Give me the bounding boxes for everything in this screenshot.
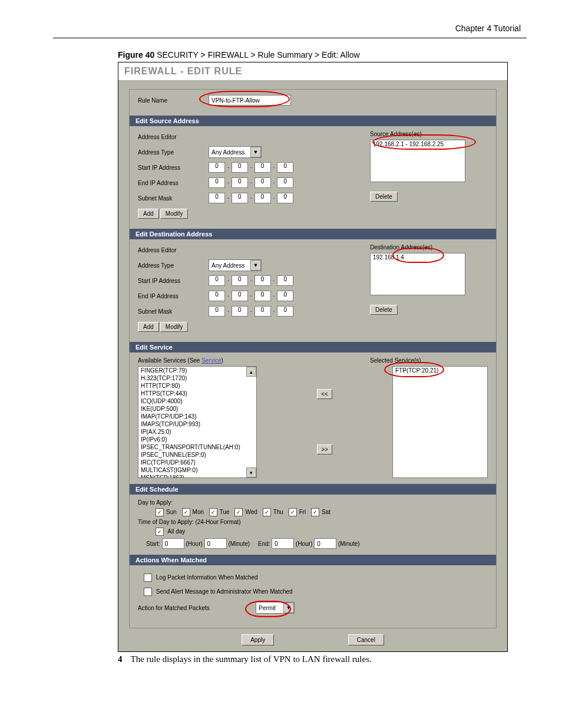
step-number: 4 — [118, 654, 128, 664]
dest-end-ip-label: End IP Address — [138, 293, 209, 299]
oct: 0 — [209, 306, 225, 317]
dest-addr-type-select[interactable]: Any Address ▼ — [209, 259, 262, 271]
scroll-up-icon[interactable]: ▴ — [246, 367, 256, 377]
day-checkbox-tue[interactable]: ✓ — [209, 508, 217, 516]
oct: 0 — [209, 193, 225, 203]
source-delete-button[interactable]: Delete — [370, 192, 398, 202]
available-service-item[interactable]: IRC(TCP/UDP:6667) — [138, 459, 256, 466]
source-modify-button[interactable]: Modify — [160, 209, 188, 219]
day-label: Tue — [220, 509, 232, 515]
move-right-button[interactable]: >> — [317, 444, 332, 454]
available-service-item[interactable]: IPSEC_TUNNEL(ESP:0) — [138, 451, 256, 459]
dest-start-ip-label: Start IP Address — [138, 278, 209, 284]
dest-addr-type-value: Any Address — [211, 262, 248, 269]
oct: 0 — [232, 177, 248, 188]
rule-name-input[interactable]: VPN-to-FTP-Allow — [209, 95, 291, 106]
step-text: The rule displays in the summary list of… — [130, 654, 371, 664]
all-day-checkbox[interactable]: ✓ — [156, 528, 164, 536]
source-subnet-input[interactable]: 0.0.0.0 — [209, 193, 293, 203]
scroll-down-icon[interactable]: ▾ — [246, 467, 256, 477]
source-addr-type-value: Any Address — [211, 149, 248, 156]
source-addr-type-select[interactable]: Any Address ▼ — [209, 146, 262, 158]
available-service-item[interactable]: H.323(TCP:1720) — [138, 374, 256, 382]
hour-label: (Hour) — [296, 541, 312, 547]
oct: 0 — [232, 193, 248, 203]
available-service-item[interactable]: MSN(TCP:1863) — [138, 474, 256, 478]
schedule-header: Edit Schedule — [130, 484, 496, 495]
chevron-down-icon: ▼ — [250, 147, 261, 157]
oct: 0 — [232, 162, 248, 173]
oct: 0 — [209, 177, 225, 188]
end-minute-input[interactable]: 0 — [314, 538, 336, 549]
dest-modify-button[interactable]: Modify — [160, 322, 188, 332]
oct: 0 — [209, 162, 225, 173]
available-service-item[interactable]: HTTPS(TCP:443) — [138, 390, 256, 397]
available-service-item[interactable]: IMAPS(TCP/UDP:993) — [138, 420, 256, 428]
rule-name-label: Rule Name — [138, 97, 209, 104]
start-hour-input[interactable]: 0 — [162, 538, 184, 549]
source-add-button[interactable]: Add — [138, 209, 159, 219]
end-hour-input[interactable]: 0 — [272, 538, 294, 549]
figure-number: Figure 40 — [118, 50, 154, 60]
action-for-packets-select[interactable]: Permit ▼ — [256, 602, 295, 614]
start-minute-input[interactable]: 0 — [204, 538, 227, 549]
service-link[interactable]: Service — [201, 357, 221, 364]
selected-service-item[interactable]: FTP(TCP:20,21) — [393, 367, 487, 374]
apply-button[interactable]: Apply — [242, 634, 274, 645]
dest-header: Edit Destination Address — [130, 229, 496, 239]
day-checkbox-mon[interactable]: ✓ — [182, 508, 190, 516]
available-service-item[interactable]: ICQ(UDP:4000) — [138, 397, 256, 405]
oct: 0 — [277, 306, 293, 317]
oct: 0 — [232, 306, 248, 317]
available-services-listbox[interactable]: ▴ ▾ FINGER(TCP:79)H.323(TCP:1720)HTTP(TC… — [138, 366, 257, 478]
oct: 0 — [277, 177, 293, 188]
source-addr-listbox[interactable]: 192.168.2.1 - 192.168.2.25 — [370, 140, 465, 182]
move-left-button[interactable]: << — [317, 389, 332, 399]
available-service-item[interactable]: IPSEC_TRANSPORT/TUNNEL(AH:0) — [138, 443, 256, 451]
actions-header: Actions When Matched — [130, 555, 496, 565]
available-service-item[interactable]: FINGER(TCP:79) — [138, 367, 256, 374]
available-service-item[interactable]: IMAP(TCP/UDP:143) — [138, 413, 256, 420]
figure-caption: Figure 40 SECURITY > FIREWALL > Rule Sum… — [118, 50, 527, 60]
dest-subnet-input[interactable]: 0.0.0.0 — [209, 306, 293, 317]
available-service-item[interactable]: IP(IPv6:0) — [138, 436, 256, 443]
dest-delete-button[interactable]: Delete — [370, 305, 398, 315]
available-service-item[interactable]: IP(AX.25:0) — [138, 428, 256, 436]
action-value: Permit — [259, 605, 281, 611]
source-addr-item[interactable]: 192.168.2.1 - 192.168.2.25 — [371, 140, 465, 148]
selected-services-listbox[interactable]: FTP(TCP:20,21) — [392, 366, 488, 478]
source-start-ip-label: Start IP Address — [138, 164, 209, 171]
label-part: ) — [222, 357, 223, 364]
dest-subnet-label: Subnet Mask — [138, 308, 209, 315]
time-of-day-label: Time of Day to Apply: (24-Hour Format) — [138, 519, 488, 525]
source-start-ip-input[interactable]: 0.0.0.0 — [209, 162, 293, 173]
dest-addr-list-header: Destination Address(es) — [370, 244, 488, 251]
dest-add-button[interactable]: Add — [138, 322, 159, 332]
day-label: Fri — [299, 509, 308, 515]
oct: 0 — [277, 275, 293, 286]
dest-start-ip-input[interactable]: 0.0.0.0 — [209, 275, 293, 286]
oct: 0 — [232, 275, 248, 286]
day-checkbox-fri[interactable]: ✓ — [289, 508, 297, 516]
day-checkbox-sun[interactable]: ✓ — [156, 508, 164, 516]
day-checkbox-sat[interactable]: ✓ — [311, 508, 319, 516]
day-label: Thu — [273, 509, 285, 515]
day-checkbox-wed[interactable]: ✓ — [234, 508, 243, 516]
cancel-button[interactable]: Cancel — [348, 634, 384, 645]
available-services-label: Available Services (See Service) — [138, 357, 223, 364]
day-checkbox-thu[interactable]: ✓ — [263, 508, 271, 516]
dest-addr-listbox[interactable]: 192.168.1.4 — [370, 253, 465, 295]
send-alert-checkbox[interactable] — [144, 588, 152, 596]
selected-services-label: Selected Service(s) — [370, 357, 488, 364]
source-end-ip-input[interactable]: 0.0.0.0 — [209, 177, 293, 188]
oct: 0 — [254, 193, 271, 203]
available-service-item[interactable]: IKE(UDP:500) — [138, 405, 256, 413]
available-service-item[interactable]: HTTP(TCP:80) — [138, 382, 256, 390]
source-addr-list-header: Source Address(es) — [370, 131, 488, 137]
end-label: End: — [258, 541, 270, 547]
available-service-item[interactable]: MULTICAST(IGMP:0) — [138, 466, 256, 474]
dest-end-ip-input[interactable]: 0.0.0.0 — [209, 291, 293, 301]
header-rule — [53, 38, 527, 38]
log-packet-checkbox[interactable] — [144, 574, 152, 582]
dest-addr-item[interactable]: 192.168.1.4 — [371, 253, 465, 261]
